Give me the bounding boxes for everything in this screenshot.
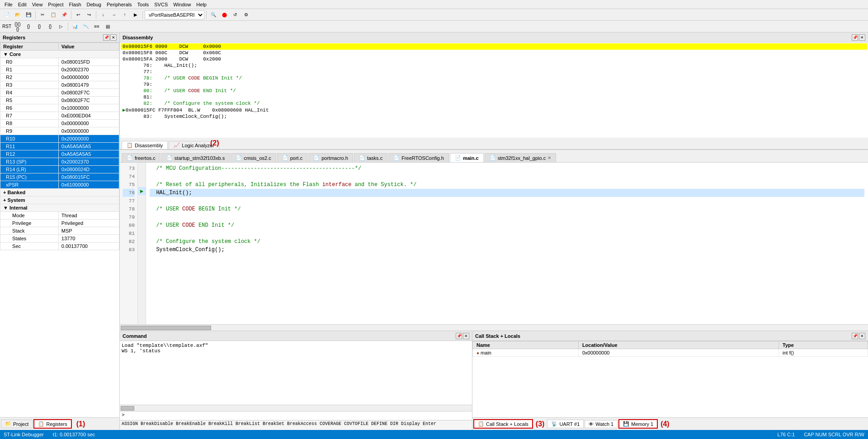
target-dropdown[interactable]: vPortRaiseBASEPRIvPortRaiseBASEPRI <box>145 10 204 19</box>
dis-row[interactable]: 78: /* USER CODE BEGIN Init */ <box>121 75 867 81</box>
stop-btn[interactable]: ⬤ <box>219 10 229 20</box>
search-btn[interactable]: 🔍 <box>208 10 218 20</box>
table-row[interactable]: R1 0x20002370 <box>0 66 119 74</box>
hal-gpio-close-icon[interactable]: ✕ <box>547 155 551 160</box>
dis-row[interactable]: 81: <box>121 94 867 100</box>
disassembly-close-btn[interactable]: ✕ <box>859 34 865 41</box>
table-row[interactable]: R2 0x00000000 <box>0 74 119 81</box>
step-out-btn[interactable]: ↑ <box>120 10 130 20</box>
table-row[interactable]: R4 0x08002F7C <box>0 89 119 97</box>
dis-row[interactable]: 0x080015FA 2000 DCW 0x2000 <box>121 56 867 62</box>
dis-row[interactable]: 80: /* USER CODE END Init */ <box>121 88 867 94</box>
code-scrollbar-h[interactable] <box>120 324 868 331</box>
tab-callstack[interactable]: 📋 Call Stack + Locals <box>473 419 533 429</box>
tab-cmsis-os2[interactable]: 📄 cmsis_os2.c <box>231 153 276 162</box>
config-btn[interactable]: ⚙ <box>241 10 251 20</box>
tab-project[interactable]: 📁 Project <box>1 420 33 428</box>
tab-portmacro[interactable]: 📄 portmacro.h <box>308 153 353 162</box>
table-row[interactable]: R14 (LR) 0x0800024D <box>0 166 119 173</box>
command-close-btn[interactable]: ✕ <box>463 333 469 339</box>
dis-row[interactable]: 83: SystemClock_Config(); <box>121 113 867 120</box>
menu-tools[interactable]: Tools <box>135 1 152 8</box>
dis-row[interactable]: ▶ 0x080015FC F7FFF804 BL.W 0x08000608 HA… <box>121 107 867 113</box>
menu-view[interactable]: View <box>29 1 46 8</box>
tab-uart[interactable]: 📡 UART #1 <box>547 420 584 428</box>
tab-main[interactable]: 📄 main.c <box>450 153 484 162</box>
menu-window[interactable]: Window <box>170 1 193 8</box>
callstack-pin-btn[interactable]: 📌 <box>852 333 858 339</box>
table-row[interactable]: R5 0x08002F7C <box>0 97 119 104</box>
dis-row[interactable]: 79: <box>121 81 867 88</box>
tab-memory[interactable]: 💾 Memory 1 <box>618 419 658 429</box>
t2-btn5[interactable]: ▷ <box>56 22 66 32</box>
table-row[interactable]: R9 0x00000000 <box>0 127 119 135</box>
t2-btn9[interactable]: ▤ <box>103 22 113 32</box>
tab-startup[interactable]: 📄 startup_stm32f103xb.s <box>161 153 230 162</box>
run-btn[interactable]: ▶ <box>131 10 141 20</box>
redo-btn[interactable]: ↪ <box>84 10 94 20</box>
t2-btn7[interactable]: 📉 <box>81 22 91 32</box>
reset-btn[interactable]: ↺ <box>230 10 240 20</box>
command-input[interactable]: > <box>120 411 472 420</box>
registers-pin-btn[interactable]: 📌 <box>103 34 109 41</box>
tab-registers[interactable]: 📋 Registers <box>33 419 71 429</box>
step-into-btn[interactable]: ↓ <box>98 10 108 20</box>
table-row[interactable]: R7 0xE000ED04 <box>0 112 119 120</box>
t2-btn1[interactable]: {}(){} <box>13 22 23 32</box>
table-row[interactable]: R8 0x00000000 <box>0 120 119 127</box>
tab-port[interactable]: 📄 port.c <box>277 153 308 162</box>
tab-disassembly[interactable]: 📋 Disassembly <box>122 141 168 149</box>
t2-btn3[interactable]: {} <box>34 22 44 32</box>
menu-file[interactable]: File <box>2 1 15 8</box>
menu-debug[interactable]: Debug <box>84 1 104 8</box>
table-row[interactable]: R11 0xA5A5A5A5 <box>0 143 119 150</box>
tab-tasks[interactable]: 📄 tasks.c <box>354 153 387 162</box>
t2-btn4[interactable]: {} <box>45 22 55 32</box>
table-row[interactable]: Privilege Privileged <box>0 220 119 227</box>
copy-btn[interactable]: 📋 <box>48 10 58 20</box>
table-row[interactable]: States 13770 <box>0 235 119 243</box>
table-row[interactable]: R12 0xA5A5A5A5 <box>0 150 119 158</box>
table-row[interactable]: R3 0x08001479 <box>0 81 119 89</box>
command-scrollbar-thumb[interactable] <box>121 406 134 411</box>
table-row[interactable]: ● main 0x00000000 int f() <box>473 349 868 357</box>
table-row[interactable]: Stack MSP <box>0 227 119 235</box>
registers-close-btn[interactable]: ✕ <box>110 34 117 41</box>
dis-row[interactable]: 0x080015F8 060C DCW 0x060C <box>121 50 867 56</box>
table-row[interactable]: R0 0x080015FD <box>0 58 119 66</box>
table-row[interactable]: R15 (PC) 0x080015FC <box>0 173 119 181</box>
tab-freertosconfig[interactable]: 📄 FreeRTOSConfig.h <box>388 153 449 162</box>
code-scrollbar-thumb[interactable] <box>121 326 211 330</box>
cut-btn[interactable]: ✂ <box>38 10 47 20</box>
insert-btn[interactable]: RST <box>2 22 12 32</box>
menu-help[interactable]: Help <box>193 1 209 8</box>
tab-watch[interactable]: 👁 Watch 1 <box>585 420 618 428</box>
command-pin-btn[interactable]: 📌 <box>456 333 462 339</box>
tab-freertos[interactable]: 📄 freertos.c <box>122 153 160 162</box>
menu-project[interactable]: Project <box>45 1 66 8</box>
new-btn[interactable]: 📄 <box>2 10 12 20</box>
dis-row[interactable]: 77: <box>121 69 867 75</box>
dis-row[interactable]: 82: /* Configure the system clock */ <box>121 100 867 107</box>
menu-edit[interactable]: Edit <box>15 1 29 8</box>
t2-btn2[interactable]: {} <box>24 22 33 32</box>
paste-btn[interactable]: 📌 <box>59 10 69 20</box>
t2-btn6[interactable]: 📊 <box>70 22 80 32</box>
menu-flash[interactable]: Flash <box>66 1 84 8</box>
open-btn[interactable]: 📂 <box>13 10 23 20</box>
table-row[interactable]: R13 (SP) 0x20002370 <box>0 158 119 166</box>
table-row[interactable]: R10 0x20000000 <box>0 135 119 143</box>
dis-row[interactable]: 0x080015F6 0000 DCW 0x0000 <box>121 43 867 50</box>
dis-row[interactable]: 76: HAL_Init(); <box>121 62 867 69</box>
tab-hal-gpio[interactable]: 📄 stm32f1xx_hal_gpio.c ✕ <box>485 153 556 162</box>
disassembly-pin-btn[interactable]: 📌 <box>852 34 858 41</box>
table-row[interactable]: xPSR 0x61000000 <box>0 181 119 189</box>
code-lines[interactable]: /* MCU Configuration--------------------… <box>146 163 868 324</box>
table-row[interactable]: Mode Thread <box>0 212 119 220</box>
table-row[interactable]: R6 0x10000000 <box>0 104 119 112</box>
menu-peripherals[interactable]: Peripherals <box>104 1 135 8</box>
t2-btn8[interactable]: ≡≡ <box>92 22 102 32</box>
save-btn[interactable]: 💾 <box>24 10 33 20</box>
step-over-btn[interactable]: → <box>109 10 119 20</box>
callstack-close-btn[interactable]: ✕ <box>859 333 865 339</box>
